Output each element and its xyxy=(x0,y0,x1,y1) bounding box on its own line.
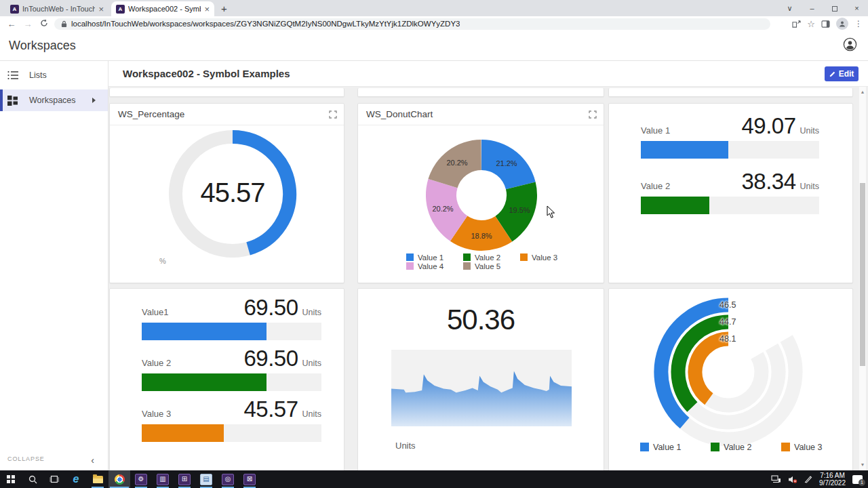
screen: A InTouchWeb - InTouch Introduction × A … xyxy=(0,0,868,488)
chevron-right-icon xyxy=(92,98,96,103)
workspace-title-bar: Workspace002 - Symbol Examples Edit xyxy=(108,61,868,87)
taskbar-app-aveva-notes[interactable]: ▤ xyxy=(195,470,217,488)
sidebar-item-lists[interactable]: Lists xyxy=(0,64,108,86)
legend-item: Value 5 xyxy=(463,262,520,270)
card-partial xyxy=(357,88,604,97)
taskbar-app-aveva-insight[interactable]: ◎ xyxy=(217,470,239,488)
legend-label: Value 1 xyxy=(418,253,443,262)
kebab-menu-icon[interactable]: ⋮ xyxy=(854,19,863,28)
bar-gauge-list: Value 149.07UnitsValue 238.34Units xyxy=(609,104,852,224)
legend-swatch xyxy=(711,443,719,451)
taskbar-app-aveva-system-platform[interactable]: ⚙ xyxy=(130,470,152,488)
legend-swatch xyxy=(640,443,649,451)
bar-gauge-row: Value 345.57Units xyxy=(142,396,321,442)
side-panel-icon[interactable] xyxy=(821,20,830,28)
window-restore-button[interactable] xyxy=(823,0,846,16)
pen-icon[interactable] xyxy=(804,475,812,483)
network-icon[interactable] xyxy=(771,475,781,483)
sidebar-item-workspaces[interactable]: Workspaces xyxy=(0,89,108,111)
radial-gauge-value: 48.1 xyxy=(719,334,736,344)
browser-tab-1[interactable]: A InTouchWeb - InTouch Introduction × xyxy=(5,1,108,16)
tab-close-icon[interactable]: × xyxy=(204,5,210,14)
window-close-button[interactable]: × xyxy=(846,0,868,16)
bar-gauge-row: Value 269.50Units xyxy=(142,346,321,391)
share-icon[interactable] xyxy=(792,20,801,28)
bar-fill xyxy=(142,323,267,340)
chrome-icon xyxy=(115,474,125,485)
bar-value: 49.07 xyxy=(741,113,795,138)
bar-gauge-row: Value169.50Units xyxy=(142,295,321,340)
bar-label: Value 2 xyxy=(142,358,171,368)
scrollbar-down-icon[interactable]: ▼ xyxy=(859,461,866,469)
internet-explorer-button[interactable]: e xyxy=(65,470,87,488)
task-view-button[interactable] xyxy=(43,470,65,488)
page-title: Workspace002 - Symbol Examples xyxy=(123,68,290,79)
bar-label: Value 3 xyxy=(142,409,171,419)
browser-profile-avatar[interactable] xyxy=(836,18,848,30)
task-view-icon xyxy=(50,475,59,483)
legend-swatch xyxy=(781,443,790,451)
notification-center-icon[interactable]: 1 xyxy=(852,475,863,484)
reload-icon[interactable] xyxy=(38,19,50,28)
lock-icon xyxy=(61,20,67,28)
bar-label: Value 1 xyxy=(641,125,670,136)
trend-value: 50.36 xyxy=(358,304,604,336)
donut-slice-label: 20.2% xyxy=(446,159,467,167)
percentage-gauge: 45.57 % xyxy=(110,125,344,283)
scrollbar-up-icon[interactable]: ▲ xyxy=(859,88,866,96)
legend-item: Value 2 xyxy=(463,253,520,262)
legend-label: Value 3 xyxy=(794,443,822,452)
widget-trend-card: 50.36 Units xyxy=(357,288,604,470)
card-partial xyxy=(608,88,853,97)
browser-tab-2[interactable]: A Workspace002 - Symbol Examples × xyxy=(111,1,214,16)
legend-swatch xyxy=(406,262,414,270)
bar-unit: Units xyxy=(302,308,321,317)
window-minimize-button[interactable]: – xyxy=(801,0,823,16)
chrome-button[interactable] xyxy=(108,470,130,488)
taskbar-app-aveva-close-app[interactable]: ⊠ xyxy=(239,470,260,488)
sidebar-item-label: Lists xyxy=(29,70,47,80)
collapse-chevron-icon[interactable]: ‹ xyxy=(91,455,94,466)
scrollbar-thumb[interactable] xyxy=(860,183,865,366)
bar-unit: Units xyxy=(800,126,819,136)
bar-track xyxy=(142,424,321,442)
toolbar-right-icons: ☆ ⋮ xyxy=(792,18,863,30)
address-bar[interactable]: localhost/InTouchWeb/workspaces/workspac… xyxy=(54,18,770,30)
folder-icon xyxy=(93,476,103,483)
fullscreen-icon[interactable] xyxy=(329,110,337,119)
edit-button[interactable]: Edit xyxy=(825,66,859,81)
app-title: Workspaces xyxy=(9,39,76,53)
legend-item: Value 2 xyxy=(711,442,781,452)
donut-legend: Value 1Value 2Value 3Value 4Value 5 xyxy=(406,253,587,270)
intouch-favicon-icon: A xyxy=(116,5,125,14)
tab-close-icon[interactable]: × xyxy=(98,5,104,14)
forward-icon[interactable]: → xyxy=(22,20,34,28)
volume-muted-icon[interactable] xyxy=(788,476,797,483)
account-icon[interactable] xyxy=(843,37,857,54)
gauge-unit: % xyxy=(159,257,166,265)
taskbar-clock[interactable]: 7:16 AM 9/7/2022 xyxy=(819,472,846,487)
aveva-network-icon: ⊞ xyxy=(178,474,191,485)
back-icon[interactable]: ← xyxy=(5,20,18,28)
widget-donut-card: WS_DonutChart 21.2%19.5%18.8%20.2%20.2% … xyxy=(357,103,604,283)
legend-item: Value 3 xyxy=(520,253,577,262)
bar-value: 38.34 xyxy=(741,169,795,194)
taskbar-app-aveva-operations-control[interactable]: ▥ xyxy=(152,470,174,488)
taskbar-app-aveva-network[interactable]: ⊞ xyxy=(174,470,195,488)
radial-gauge-value: 44.7 xyxy=(719,317,736,327)
file-explorer-button[interactable] xyxy=(87,470,108,488)
vertical-scrollbar[interactable]: ▲ ▼ xyxy=(859,87,866,470)
bar-unit: Units xyxy=(800,182,819,191)
legend-label: Value 4 xyxy=(418,262,443,270)
legend-swatch xyxy=(463,253,471,261)
new-tab-button[interactable]: + xyxy=(221,3,227,14)
taskbar-search-button[interactable] xyxy=(22,470,43,488)
collapse-label[interactable]: COLLAPSE xyxy=(7,455,45,462)
workspaces-grid-icon xyxy=(7,96,19,106)
fullscreen-icon[interactable] xyxy=(589,110,597,119)
window-menu-chevron-icon[interactable]: ∨ xyxy=(778,0,801,16)
start-button[interactable] xyxy=(0,470,22,488)
bar-track xyxy=(142,373,321,391)
system-tray: 7:16 AM 9/7/2022 1 xyxy=(771,470,868,488)
bookmark-star-icon[interactable]: ☆ xyxy=(807,19,815,29)
